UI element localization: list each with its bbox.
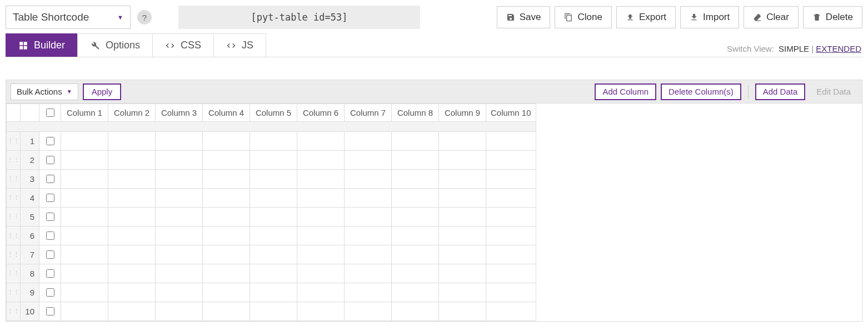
cell[interactable] [345,170,392,189]
cell[interactable] [392,189,439,208]
cell[interactable] [250,226,297,245]
cell[interactable] [156,245,203,264]
cell[interactable] [392,264,439,283]
cell[interactable] [345,302,392,321]
delete-button[interactable]: Delete [803,6,862,28]
cell[interactable] [297,264,345,283]
column-header[interactable]: Column 2 [108,104,156,122]
view-simple-link[interactable]: SIMPLE [779,44,809,53]
cell[interactable] [250,283,297,302]
tab-options[interactable]: Options [77,33,153,57]
cell[interactable] [439,132,486,151]
column-header[interactable]: Column 10 [486,104,536,122]
cell[interactable] [392,226,439,245]
cell[interactable] [108,226,156,245]
cell[interactable] [108,264,156,283]
cell[interactable] [203,302,250,321]
cell[interactable] [345,189,392,208]
data-grid[interactable]: Column 1Column 2Column 3Column 4Column 5… [6,104,536,321]
row-checkbox[interactable] [46,269,54,278]
tab-builder[interactable]: Builder [6,33,78,57]
cell[interactable] [250,208,297,226]
drag-handle-icon[interactable]: ⋮⋮ [7,151,21,170]
drag-handle-icon[interactable]: ⋮⋮ [7,302,21,321]
apply-button[interactable]: Apply [83,83,122,100]
help-button[interactable]: ? [137,10,152,24]
cell[interactable] [439,208,486,226]
cell[interactable] [439,283,486,302]
row-checkbox[interactable] [46,175,54,183]
cell[interactable] [392,283,439,302]
row-checkbox[interactable] [46,213,54,221]
drag-handle-icon[interactable]: ⋮⋮ [7,132,21,151]
cell[interactable] [203,132,250,151]
cell[interactable] [439,189,486,208]
row-checkbox[interactable] [46,307,54,316]
drag-handle-icon[interactable]: ⋮⋮ [7,283,21,302]
cell[interactable] [392,245,439,264]
cell[interactable] [250,170,297,189]
cell[interactable] [345,208,392,226]
cell[interactable] [439,151,486,170]
row-checkbox[interactable] [46,156,54,164]
cell[interactable] [439,245,486,264]
export-button[interactable]: Export [616,6,676,28]
cell[interactable] [156,170,203,189]
delete-columns-button[interactable]: Delete Column(s) [661,83,741,100]
cell[interactable] [156,264,203,283]
cell[interactable] [108,132,156,151]
shortcode-display[interactable]: [pyt-table id=53] [178,6,420,29]
add-column-button[interactable]: Add Column [595,83,656,100]
column-header[interactable]: Column 3 [156,104,203,122]
drag-handle-icon[interactable]: ⋮⋮ [7,208,21,226]
cell[interactable] [297,226,345,245]
cell[interactable] [392,302,439,321]
import-button[interactable]: Import [680,6,739,28]
cell[interactable] [156,226,203,245]
cell[interactable] [203,283,250,302]
cell[interactable] [392,151,439,170]
cell[interactable] [392,132,439,151]
cell[interactable] [486,151,536,170]
cell[interactable] [486,170,536,189]
cell[interactable] [486,208,536,226]
cell[interactable] [203,226,250,245]
cell[interactable] [203,189,250,208]
cell[interactable] [439,170,486,189]
save-button[interactable]: Save [497,6,551,28]
select-all-checkbox[interactable] [46,109,54,117]
cell[interactable] [61,189,108,208]
cell[interactable] [156,208,203,226]
cell[interactable] [486,283,536,302]
table-shortcode-dropdown[interactable]: Table Shortcode ▼ [6,6,131,29]
cell[interactable] [297,208,345,226]
cell[interactable] [61,208,108,226]
cell[interactable] [297,151,345,170]
cell[interactable] [345,132,392,151]
cell[interactable] [108,151,156,170]
cell[interactable] [345,151,392,170]
cell[interactable] [250,245,297,264]
cell[interactable] [108,170,156,189]
row-checkbox[interactable] [46,232,54,240]
cell[interactable] [439,264,486,283]
row-checkbox[interactable] [46,194,54,202]
cell[interactable] [203,245,250,264]
column-header[interactable]: Column 9 [439,104,486,122]
cell[interactable] [345,264,392,283]
cell[interactable] [439,302,486,321]
cell[interactable] [61,132,108,151]
cell[interactable] [297,189,345,208]
cell[interactable] [297,245,345,264]
cell[interactable] [297,132,345,151]
column-header[interactable]: Column 8 [392,104,439,122]
clear-button[interactable]: Clear [744,6,799,28]
drag-handle-icon[interactable]: ⋮⋮ [7,264,21,283]
cell[interactable] [108,189,156,208]
cell[interactable] [486,189,536,208]
column-header[interactable]: Column 1 [61,104,108,122]
add-data-button[interactable]: Add Data [755,83,806,100]
cell[interactable] [203,264,250,283]
tab-js[interactable]: JS [213,33,266,57]
column-header[interactable]: Column 6 [297,104,345,122]
